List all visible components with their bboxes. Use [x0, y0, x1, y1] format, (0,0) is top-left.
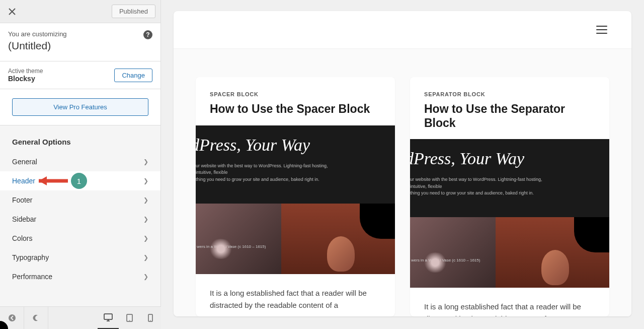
flowers-caption: wers in a Wan-Li Vase (c 1610 – 1615) — [411, 258, 480, 262]
general-options-heading: General Options — [0, 125, 160, 152]
nav-header[interactable]: Header 1 ❯ — [0, 171, 160, 190]
publish-button[interactable]: Published — [112, 5, 155, 18]
image-subtext: ur website with the best way to WordPres… — [410, 176, 557, 197]
image-flowers: wers in a Wan-Li Vase (c 1610 – 1615) — [196, 204, 281, 274]
card-category: SEPARATOR BLOCK — [424, 91, 595, 97]
customizing-label: You are customizing — [8, 30, 152, 38]
pro-section: View Pro Features — [0, 89, 160, 125]
view-pro-button[interactable]: View Pro Features — [12, 98, 148, 116]
card-title: How to Use the Spacer Block — [210, 102, 381, 116]
chevron-right-icon: ❯ — [143, 158, 148, 165]
theme-section: Active theme Blocksy Change — [0, 61, 160, 89]
card-header: SPACER BLOCK How to Use the Spacer Block — [196, 77, 395, 125]
image-person — [496, 217, 609, 288]
post-card[interactable]: SPACER BLOCK How to Use the Spacer Block… — [196, 77, 395, 316]
preview-header — [174, 11, 631, 49]
theme-info: Active theme Blocksy — [8, 68, 43, 83]
customizing-title: (Untitled) — [8, 40, 152, 52]
chevron-right-icon: ❯ — [143, 235, 148, 242]
theme-name: Blocksy — [8, 75, 43, 83]
annotation-arrow: 1 — [38, 173, 87, 189]
preview-body: SPACER BLOCK How to Use the Spacer Block… — [174, 49, 631, 316]
desktop-icon[interactable] — [98, 307, 119, 330]
card-text: It is a long established fact that a rea… — [210, 287, 381, 311]
annotation-badge: 1 — [71, 173, 87, 189]
tablet-icon[interactable] — [119, 307, 140, 330]
chevron-right-icon: ❯ — [143, 177, 148, 184]
svg-point-5 — [150, 320, 150, 320]
chevron-right-icon: ❯ — [143, 196, 148, 204]
chevron-right-icon: ❯ — [143, 254, 148, 261]
nav-label: Header — [12, 177, 35, 185]
image-person — [281, 204, 395, 274]
card-text: It is a long established fact that a rea… — [424, 301, 595, 316]
customizer-sidebar: Published You are customizing (Untitled)… — [0, 0, 161, 306]
device-switcher — [98, 307, 161, 330]
svg-point-0 — [9, 314, 16, 321]
dark-mode-icon[interactable] — [24, 307, 48, 330]
flowers-caption: wers in a Wan-Li Vase (c 1610 – 1615) — [197, 244, 266, 249]
top-bar: Published — [0, 0, 160, 23]
image-flowers: wers in a Wan-Li Vase (c 1610 – 1615) — [410, 217, 496, 288]
help-icon[interactable]: ? — [143, 30, 152, 39]
image-headline: dPress, Your Way — [196, 136, 310, 155]
card-image: dPress, Your Way ur website with the bes… — [410, 139, 609, 288]
post-card[interactable]: SEPARATOR BLOCK How to Use the Separator… — [410, 77, 609, 316]
nav-footer[interactable]: Footer ❯ — [0, 190, 160, 210]
mobile-icon[interactable] — [140, 307, 161, 330]
close-button[interactable] — [5, 5, 19, 19]
nav-performance[interactable]: Performance ❯ — [0, 267, 160, 286]
chevron-right-icon: ❯ — [143, 273, 148, 280]
card-category: SPACER BLOCK — [210, 91, 381, 97]
image-subtext: ur website with the best way to WordPres… — [196, 163, 343, 183]
nav-colors[interactable]: Colors ❯ — [0, 229, 160, 248]
chevron-right-icon: ❯ — [143, 216, 148, 223]
image-headline: dPress, Your Way — [410, 149, 524, 168]
bottom-bar — [0, 306, 161, 329]
nav-label: General — [12, 158, 37, 166]
svg-point-3 — [129, 320, 130, 321]
nav-general[interactable]: General ❯ — [0, 152, 160, 171]
svg-rect-1 — [104, 314, 112, 319]
card-body: It is a long established fact that a rea… — [196, 274, 395, 316]
nav-label: Colors — [12, 234, 32, 242]
nav-typography[interactable]: Typography ❯ — [0, 248, 160, 267]
nav-label: Typography — [12, 253, 49, 261]
nav-label: Footer — [12, 196, 32, 204]
hamburger-icon[interactable] — [596, 26, 607, 34]
preview-frame: SPACER BLOCK How to Use the Spacer Block… — [174, 11, 631, 316]
nav-label: Sidebar — [12, 215, 36, 223]
image-bottom: wers in a Wan-Li Vase (c 1610 – 1615) — [196, 204, 395, 274]
nav-sidebar[interactable]: Sidebar ❯ — [0, 210, 160, 229]
card-image: dPress, Your Way ur website with the bes… — [196, 125, 395, 274]
image-bottom: wers in a Wan-Li Vase (c 1610 – 1615) — [410, 217, 609, 288]
card-body: It is a long established fact that a rea… — [410, 288, 609, 316]
theme-label: Active theme — [8, 68, 43, 75]
card-title: How to Use the Separator Block — [424, 102, 595, 130]
change-theme-button[interactable]: Change — [114, 69, 152, 82]
nav-label: Performance — [12, 273, 52, 281]
card-header: SEPARATOR BLOCK How to Use the Separator… — [410, 77, 609, 139]
customizing-section: You are customizing (Untitled) ? — [0, 23, 160, 61]
